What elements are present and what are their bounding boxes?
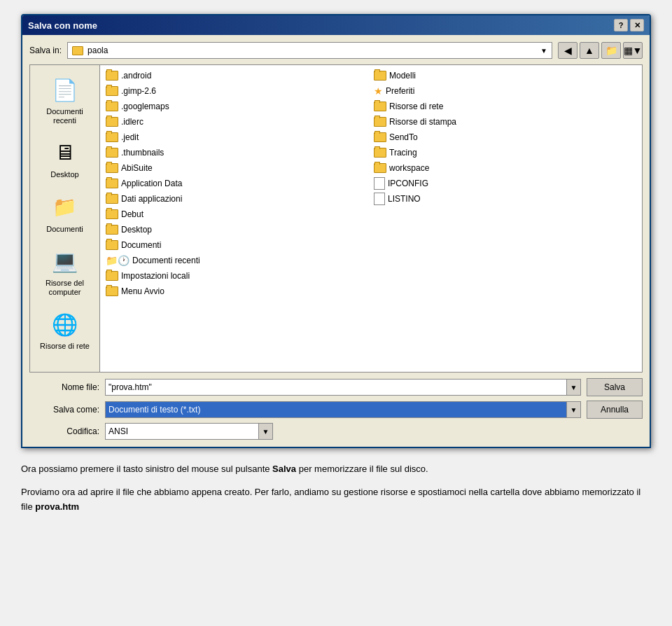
file-name-android: .android xyxy=(121,71,151,81)
file-item-desktop2[interactable]: Desktop xyxy=(103,222,371,237)
file-name-sendto: SendTo xyxy=(389,132,418,142)
salva-come-row: Salva come: Documenti di testo (*.txt) ▼… xyxy=(29,401,643,419)
file-name-impostazioni: Impostazioni locali xyxy=(121,271,190,281)
file-item-ipconfig[interactable]: IPCONFIG xyxy=(371,176,639,191)
annulla-button[interactable]: Annulla xyxy=(587,401,643,419)
file-item-listino[interactable]: LISTINO xyxy=(371,191,639,207)
folder-icon-desktop2 xyxy=(106,225,118,235)
risorse-rete-icon: 🌐 xyxy=(50,309,80,339)
description-paragraph2: Proviamo ora ad aprire il file che abbia… xyxy=(21,485,651,515)
file-name-tracing: Tracing xyxy=(389,148,417,158)
file-item-documenti-recenti2[interactable]: 📁🕐 Documenti recenti xyxy=(103,253,371,268)
bottom-form: Nome file: ▼ Salva Salva come: Documenti… xyxy=(29,378,643,440)
file-item-documenti2[interactable]: Documenti xyxy=(103,237,371,253)
description-p2-bold: prova.htm xyxy=(35,501,79,512)
file-item-workspace[interactable]: workspace xyxy=(371,160,639,176)
salva-come-dropdown-btn[interactable]: ▼ xyxy=(566,402,580,417)
file-icon-listino xyxy=(374,193,385,205)
description-p1-bold: Salva xyxy=(272,464,296,474)
codifica-row: Codifica: ANSI ▼ xyxy=(29,423,643,440)
sidebar-item-risorse-computer[interactable]: 💻 Risorse delcomputer xyxy=(37,244,93,300)
file-item-risorse-rete2[interactable]: Risorse di rete xyxy=(371,99,639,114)
back-button[interactable]: ◀ xyxy=(558,42,578,59)
file-name-workspace: workspace xyxy=(389,163,429,173)
file-name-jedit: .jedit xyxy=(121,132,139,142)
new-folder-button[interactable]: 📁 xyxy=(601,42,621,59)
salva-come-value[interactable]: Documenti di testo (*.txt) xyxy=(106,402,566,417)
nome-file-input[interactable] xyxy=(106,380,566,395)
codifica-label: Codifica: xyxy=(29,426,99,436)
file-item-idlerc[interactable]: .idlerc xyxy=(103,114,371,130)
salva-button[interactable]: Salva xyxy=(587,378,643,396)
nome-file-row: Nome file: ▼ Salva xyxy=(29,378,643,396)
folder-dropdown[interactable]: paola ▼ xyxy=(67,42,552,59)
nome-file-label: Nome file: xyxy=(29,382,99,392)
folder-icon-android xyxy=(106,71,118,81)
folder-icon-idlerc xyxy=(106,117,118,127)
file-item-modelli[interactable]: Modelli xyxy=(371,68,639,83)
file-name-debut: Debut xyxy=(121,209,144,219)
folder-icon-googlemaps xyxy=(106,102,118,111)
documenti-recenti-icon: 📄 xyxy=(50,75,80,104)
file-item-application-data[interactable]: Application Data xyxy=(103,176,371,191)
view-button[interactable]: ▦▼ xyxy=(623,42,643,59)
sidebar-item-risorse-rete[interactable]: 🌐 Risorse di rete xyxy=(37,307,93,354)
file-name-menu-avvio: Menu Avvio xyxy=(121,286,164,296)
file-name-documenti-recenti2: Documenti recenti xyxy=(132,256,200,265)
nome-file-dropdown-btn[interactable]: ▼ xyxy=(566,380,580,395)
salva-come-input-wrap: Documenti di testo (*.txt) ▼ xyxy=(105,401,581,418)
file-name-dati-applicazioni: Dati applicazioni xyxy=(121,194,182,204)
nav-buttons: ◀ ▲ 📁 ▦▼ xyxy=(558,42,643,59)
file-item-sendto[interactable]: SendTo xyxy=(371,130,639,145)
folder-icon-workspace xyxy=(374,163,386,173)
nome-file-input-wrap: ▼ xyxy=(105,379,581,396)
file-item-impostazioni[interactable]: Impostazioni locali xyxy=(103,268,371,284)
top-bar: Salva in: paola ▼ ◀ ▲ 📁 ▦▼ xyxy=(29,42,643,59)
dialog-content: Salva in: paola ▼ ◀ ▲ 📁 ▦▼ 📄 Documentire… xyxy=(22,35,650,447)
documenti-icon: 📁 xyxy=(50,193,80,222)
folder-icon-dati-applicazioni xyxy=(106,194,118,204)
title-bar-buttons: ? ✕ xyxy=(614,19,644,32)
file-name-thumbnails: .thumbnails xyxy=(121,148,164,158)
description-p2-text: Proviamo ora ad aprire il file che abbia… xyxy=(21,487,640,512)
folder-icon-application-data xyxy=(106,179,118,188)
up-button[interactable]: ▲ xyxy=(580,42,599,59)
sidebar-label-documenti-recenti: Documentirecenti xyxy=(46,107,83,125)
help-button[interactable]: ? xyxy=(614,19,628,32)
file-item-preferiti[interactable]: ★ Preferiti xyxy=(371,83,639,99)
file-item-debut[interactable]: Debut xyxy=(103,207,371,222)
file-name-listino: LISTINO xyxy=(388,194,421,204)
file-icon-ipconfig xyxy=(374,177,385,190)
file-item-tracing[interactable]: Tracing xyxy=(371,145,639,160)
folder-icon-impostazioni xyxy=(106,271,118,281)
file-name-googlemaps: .googlemaps xyxy=(121,102,169,111)
codifica-value[interactable]: ANSI xyxy=(106,424,258,439)
description-paragraph1: Ora possiamo premere il tasto sinistro d… xyxy=(21,462,651,477)
empty-cell-1 xyxy=(371,207,639,222)
file-item-menu-avvio[interactable]: Menu Avvio xyxy=(103,284,371,299)
codifica-dropdown-btn[interactable]: ▼ xyxy=(258,424,272,439)
file-item-android[interactable]: .android xyxy=(103,68,371,83)
file-name-risorse-stampa: Risorse di stampa xyxy=(389,117,456,127)
file-item-abisuite[interactable]: AbiSuite xyxy=(103,160,371,176)
empty-cell-4 xyxy=(371,253,639,268)
current-folder-name: paola xyxy=(88,46,108,55)
close-button[interactable]: ✕ xyxy=(630,19,644,32)
description: Ora possiamo premere il tasto sinistro d… xyxy=(21,462,651,514)
sidebar-item-documenti-recenti[interactable]: 📄 Documentirecenti xyxy=(37,72,93,128)
file-item-googlemaps[interactable]: .googlemaps xyxy=(103,99,371,114)
folder-icon-sendto xyxy=(374,132,386,142)
file-item-risorse-stampa[interactable]: Risorse di stampa xyxy=(371,114,639,130)
sidebar-item-desktop[interactable]: 🖥 Desktop xyxy=(37,135,93,182)
file-name-gimp: .gimp-2.6 xyxy=(121,86,156,96)
risorse-computer-icon: 💻 xyxy=(50,246,80,276)
sidebar-item-documenti[interactable]: 📁 Documenti xyxy=(37,190,93,237)
file-item-jedit[interactable]: .jedit xyxy=(103,130,371,145)
file-item-dati-applicazioni[interactable]: Dati applicazioni xyxy=(103,191,371,207)
empty-cell-3 xyxy=(371,237,639,253)
dropdown-arrow-icon: ▼ xyxy=(540,47,547,55)
save-dialog: Salva con nome ? ✕ Salva in: paola ▼ ◀ ▲… xyxy=(21,14,651,448)
file-item-thumbnails[interactable]: .thumbnails xyxy=(103,145,371,160)
folder-icon-thumbnails xyxy=(106,148,118,158)
file-item-gimp[interactable]: .gimp-2.6 xyxy=(103,83,371,99)
